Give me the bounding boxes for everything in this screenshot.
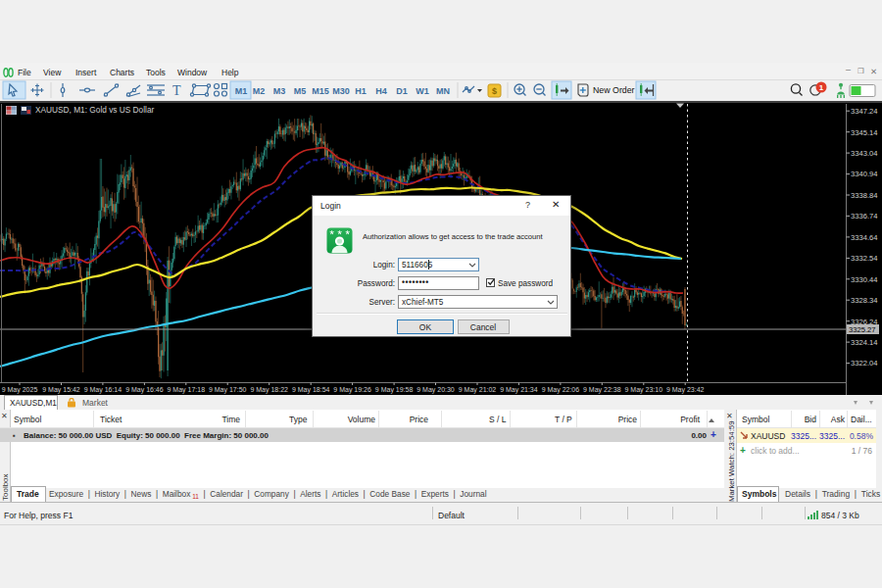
svg-text:9 May 23:10: 9 May 23:10: [625, 386, 663, 394]
svg-text:M15: M15: [312, 86, 329, 96]
svg-text:M5: M5: [294, 86, 307, 96]
svg-text:M3: M3: [273, 86, 286, 96]
svg-text:3324.14: 3324.14: [851, 338, 877, 347]
svg-text:9 May 18:22: 9 May 18:22: [250, 386, 288, 394]
svg-text:3340.94: 3340.94: [851, 170, 877, 178]
svg-text:3332.54: 3332.54: [851, 254, 877, 263]
svg-text:3343.04: 3343.04: [851, 149, 877, 158]
svg-text:3347.24: 3347.24: [851, 107, 877, 116]
svg-text:M2: M2: [253, 86, 266, 96]
svg-text:3322.04: 3322.04: [851, 359, 877, 368]
svg-text:1: 1: [819, 83, 824, 92]
svg-text:9 May 16:14: 9 May 16:14: [84, 386, 122, 394]
svg-text:New Order: New Order: [593, 85, 635, 95]
svg-text:9 May 15:42: 9 May 15:42: [42, 386, 80, 394]
svg-text:M30: M30: [332, 86, 350, 96]
svg-text:3330.44: 3330.44: [851, 275, 877, 284]
svg-text:9 May 19:58: 9 May 19:58: [375, 386, 414, 394]
svg-text:W1: W1: [416, 86, 429, 96]
svg-text:H1: H1: [355, 86, 367, 96]
svg-text:3328.34: 3328.34: [851, 296, 877, 305]
svg-text:9 May 17:18: 9 May 17:18: [168, 386, 206, 394]
svg-text:MN: MN: [436, 86, 450, 96]
svg-text:9 May 17:50: 9 May 17:50: [209, 386, 247, 394]
svg-text:H4: H4: [375, 86, 387, 96]
svg-text:9 May 21:02: 9 May 21:02: [459, 386, 497, 394]
svg-text:9 May 20:30: 9 May 20:30: [416, 386, 455, 394]
svg-text:$: $: [492, 86, 497, 96]
svg-text:XAUUSD, M1: Gold vs US Dollar: XAUUSD, M1: Gold vs US Dollar: [35, 105, 154, 115]
svg-text:9 May 22:06: 9 May 22:06: [542, 386, 580, 394]
svg-text:9 May 23:42: 9 May 23:42: [666, 386, 705, 394]
svg-text:M1: M1: [235, 86, 248, 96]
svg-text:D1: D1: [396, 86, 408, 96]
svg-text:3325.27: 3325.27: [849, 325, 875, 334]
svg-text:9 May 18:54: 9 May 18:54: [292, 386, 330, 394]
svg-text:9 May 16:46: 9 May 16:46: [125, 386, 164, 394]
svg-text:9 May 21:34: 9 May 21:34: [500, 386, 538, 394]
svg-text:9 May 22:38: 9 May 22:38: [583, 386, 621, 394]
svg-text:T: T: [172, 83, 181, 98]
svg-text:3336.74: 3336.74: [851, 212, 877, 220]
svg-text:3345.14: 3345.14: [851, 128, 877, 137]
svg-text:9 May 2025: 9 May 2025: [2, 386, 38, 394]
svg-text:9 May 19:26: 9 May 19:26: [333, 386, 371, 394]
svg-text:3338.84: 3338.84: [851, 191, 877, 200]
svg-text:3334.64: 3334.64: [851, 233, 877, 242]
